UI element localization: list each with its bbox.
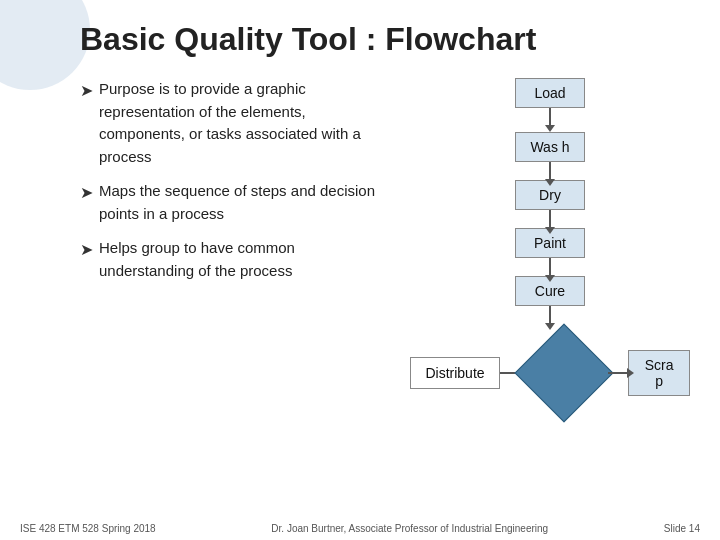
flowchart: Load Was h Dry Paint Cure [410, 78, 690, 418]
bullet-list: ➤ Purpose is to provide a graphic repres… [80, 78, 390, 294]
bullet-arrow-1: ➤ [80, 79, 93, 103]
fc-wash-box: Was h [515, 132, 585, 162]
page-title: Basic Quality Tool : Flowchart [80, 20, 690, 58]
fc-load-row: Load [410, 78, 690, 126]
bullet-item-1: ➤ Purpose is to provide a graphic repres… [80, 78, 390, 168]
bullet-item-3: ➤ Helps group to have common understandi… [80, 237, 390, 282]
main-area: ➤ Purpose is to provide a graphic repres… [80, 78, 690, 418]
fc-arrow-4 [549, 258, 551, 276]
fc-diamond-shape [515, 324, 614, 423]
fc-wash-group: Was h Dry [515, 132, 585, 228]
fc-arrow-1 [549, 108, 551, 126]
fc-arrow-3 [549, 210, 551, 228]
fc-cure-row: Cure [410, 276, 690, 324]
bullet-arrow-3: ➤ [80, 238, 93, 262]
bullet-text-3: Helps group to have common understanding… [99, 237, 390, 282]
bullet-text-2: Maps the sequence of steps and decision … [99, 180, 390, 225]
fc-paint-row: Paint [410, 228, 690, 276]
fc-scrap-box: Scra p [628, 350, 690, 396]
bullet-arrow-2: ➤ [80, 181, 93, 205]
bullet-item-2: ➤ Maps the sequence of steps and decisio… [80, 180, 390, 225]
distribute-button[interactable]: Distribute [410, 357, 500, 389]
bullet-text-1: Purpose is to provide a graphic represen… [99, 78, 390, 168]
fc-horiz-arrow-right [608, 372, 628, 374]
main-content: Basic Quality Tool : Flowchart ➤ Purpose… [0, 0, 720, 540]
fc-diamond-wrapper [520, 328, 609, 418]
fc-load-box: Load [515, 78, 585, 108]
fc-arrow-5 [549, 306, 551, 324]
fc-arrow-2 [549, 162, 551, 180]
